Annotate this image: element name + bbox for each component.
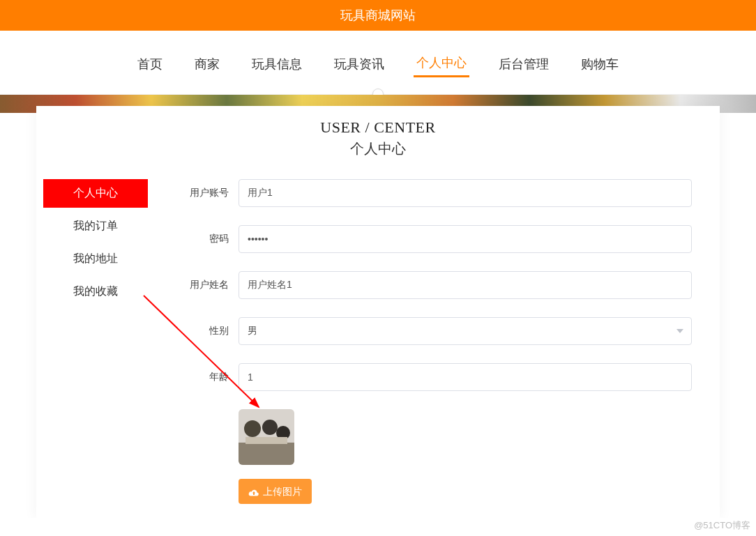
- age-label: 年龄: [176, 371, 239, 383]
- upload-image-button[interactable]: 上传图片: [239, 479, 312, 504]
- gender-label: 性别: [176, 325, 239, 337]
- nav-merchant[interactable]: 商家: [192, 52, 222, 77]
- upload-button-label: 上传图片: [263, 486, 302, 498]
- svg-point-3: [262, 420, 278, 435]
- nav-home[interactable]: 首页: [135, 52, 165, 77]
- nav-cart[interactable]: 购物车: [578, 52, 621, 77]
- page-title-cn: 个人中心: [36, 139, 720, 158]
- svg-point-2: [244, 420, 261, 437]
- sidebar: 个人中心 我的订单 我的地址 我的收藏: [43, 179, 148, 504]
- sidebar-item-address[interactable]: 我的地址: [43, 245, 148, 273]
- form-area: 用户账号 密码 用户姓名 性别 年龄: [148, 179, 713, 504]
- nav-toy-info[interactable]: 玩具信息: [249, 52, 305, 77]
- page-card: USER / CENTER 个人中心 个人中心 我的订单 我的地址 我的收藏 用…: [36, 106, 720, 518]
- sidebar-item-user-center[interactable]: 个人中心: [43, 179, 148, 208]
- cloud-upload-icon: [248, 488, 259, 496]
- avatar-row: [239, 409, 692, 465]
- nav-user-center[interactable]: 个人中心: [414, 50, 469, 77]
- sidebar-item-favorites[interactable]: 我的收藏: [43, 277, 148, 306]
- sidebar-item-orders[interactable]: 我的订单: [43, 212, 148, 240]
- site-header: 玩具商城网站: [0, 0, 756, 31]
- account-label: 用户账号: [176, 187, 239, 199]
- nav-toy-news[interactable]: 玩具资讯: [331, 52, 387, 77]
- svg-rect-5: [245, 437, 287, 444]
- svg-rect-1: [239, 443, 294, 465]
- avatar-thumbnail[interactable]: [239, 409, 294, 465]
- avatar-image-icon: [239, 409, 294, 465]
- password-input[interactable]: [239, 225, 692, 253]
- password-label: 密码: [176, 233, 239, 245]
- gender-select[interactable]: [239, 317, 692, 345]
- site-title: 玩具商城网站: [340, 8, 416, 22]
- age-input[interactable]: [239, 363, 692, 391]
- nav-admin[interactable]: 后台管理: [496, 52, 552, 77]
- chevron-down-icon: [676, 329, 683, 333]
- account-input[interactable]: [239, 179, 692, 207]
- page-title-en: USER / CENTER: [36, 118, 720, 137]
- name-label: 用户姓名: [176, 279, 239, 291]
- name-input[interactable]: [239, 271, 692, 299]
- main-nav: 首页 商家 玩具信息 玩具资讯 个人中心 后台管理 购物车: [0, 31, 756, 95]
